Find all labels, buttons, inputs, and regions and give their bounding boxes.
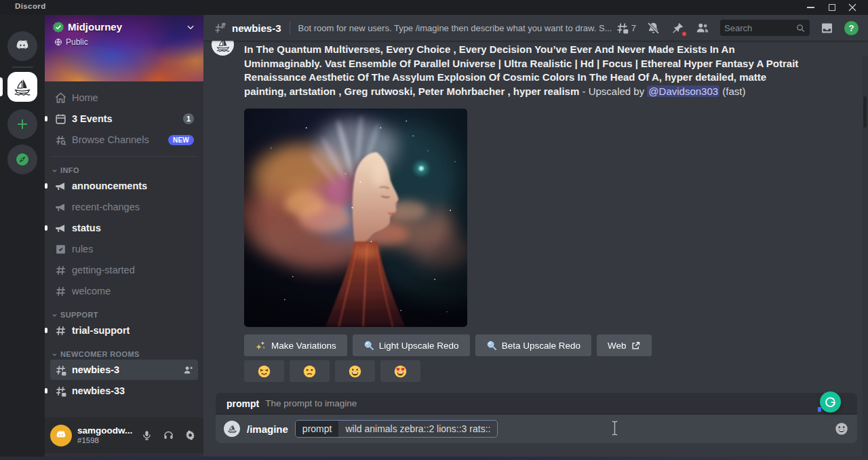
confounded-face-icon: [257, 364, 271, 379]
channel-topic[interactable]: Bot room for new users. Type /imagine th…: [298, 23, 612, 33]
sidebar-item-announcements[interactable]: announcements: [50, 176, 198, 196]
hash-chat-icon: [213, 21, 227, 35]
minimize-button[interactable]: [800, 0, 821, 15]
reaction-confounded[interactable]: [244, 360, 284, 382]
user-avatar[interactable]: [50, 425, 72, 446]
mic-button[interactable]: [138, 427, 155, 444]
make-variations-button[interactable]: Make Variations: [244, 334, 347, 356]
add-server-button[interactable]: [7, 109, 37, 139]
slash-command-hint[interactable]: prompt The prompt to imagine: [216, 393, 857, 415]
close-button[interactable]: [842, 0, 863, 15]
slash-command: /imagine: [247, 423, 288, 435]
chevron-down-icon: [52, 168, 58, 174]
main-panel: newbies-3 Bot room for new users. Type /…: [203, 15, 868, 457]
sidebar-item-home[interactable]: Home: [50, 88, 198, 108]
message-input-bar[interactable]: /imagine prompt wild animals zebra::2 li…: [216, 415, 857, 443]
external-link-icon: [631, 341, 641, 351]
headphones-icon: [163, 429, 174, 441]
generated-image[interactable]: [244, 109, 467, 327]
reaction-grinning[interactable]: [335, 360, 375, 382]
server-icon-midjourney[interactable]: [7, 72, 37, 102]
inbox-icon: [820, 21, 834, 35]
calendar-icon: [54, 113, 67, 126]
server-header[interactable]: Midjourney: [53, 21, 195, 33]
section-info[interactable]: INFO: [50, 166, 198, 174]
maximize-button[interactable]: [822, 0, 842, 15]
sidebar-item-welcome[interactable]: welcome: [50, 281, 198, 301]
scrollbar-thumb[interactable]: [863, 96, 867, 128]
user-panel: samgoodw... #1598: [45, 417, 203, 453]
browse-channels-icon: [54, 134, 67, 147]
grinning-face-icon: [348, 364, 362, 379]
option-value-input[interactable]: wild animals zebra::2 lions::3 rats::: [338, 421, 497, 437]
discord-home-button[interactable]: [7, 31, 37, 61]
search-input[interactable]: [724, 23, 795, 33]
command-option-pill[interactable]: prompt wild animals zebra::2 lions::3 ra…: [295, 420, 498, 438]
section-support[interactable]: SUPPORT: [50, 311, 198, 319]
chat-scrollbar[interactable]: [863, 56, 868, 458]
message: In The Quantum Multiverses, Every Choice…: [203, 41, 868, 382]
chevron-down-icon: [52, 351, 58, 358]
close-icon: [848, 3, 856, 12]
search-box[interactable]: [720, 20, 810, 36]
hash-icon: [54, 324, 67, 337]
sidebar-item-newbies-3[interactable]: newbies-3: [50, 360, 198, 380]
member-list-button[interactable]: [695, 20, 710, 35]
chevron-down-icon: [186, 22, 195, 32]
reaction-disappointed[interactable]: [290, 360, 330, 382]
deafen-button[interactable]: [160, 427, 176, 444]
pinned-messages-button[interactable]: [671, 21, 685, 35]
mic-icon: [141, 429, 153, 441]
sidebar-item-status[interactable]: status: [50, 218, 198, 238]
invite-person-icon[interactable]: [182, 364, 194, 376]
grammarly-button[interactable]: [820, 391, 841, 413]
message-actions: Make Variations Light Upscale Redo Beta …: [244, 334, 868, 356]
sidebar-item-newbies-33[interactable]: newbies-33: [50, 381, 198, 401]
hash-icon: [54, 264, 67, 277]
sailboat-icon: [12, 77, 33, 97]
verified-badge-icon: [53, 22, 64, 33]
threads-button[interactable]: 7: [615, 21, 636, 35]
home-icon: [54, 92, 67, 104]
user-mention[interactable]: @Davidson303: [647, 85, 719, 97]
bot-avatar[interactable]: [212, 41, 234, 56]
new-badge: NEW: [168, 135, 194, 145]
emoji-picker-button[interactable]: [834, 421, 849, 436]
sidebar-item-recent-changes[interactable]: recent-changes: [50, 197, 198, 217]
magnifier-icon: [486, 340, 497, 351]
channel-name: newbies-3: [232, 22, 281, 34]
server-banner[interactable]: Midjourney Public: [45, 15, 203, 81]
window-title: Discord: [15, 2, 46, 10]
members-icon: [695, 20, 710, 35]
disappointed-face-icon: [302, 364, 317, 379]
notifications-button[interactable]: [646, 21, 660, 35]
server-visibility: Public: [54, 37, 88, 47]
help-button[interactable]: ?: [844, 21, 859, 35]
sidebar-item-browse-channels[interactable]: Browse Channels NEW: [50, 130, 198, 150]
window-bottom-edge: [0, 457, 868, 460]
channel-sidebar: Midjourney Public Home 3 Events 1 Browse…: [45, 15, 203, 457]
light-upscale-redo-button[interactable]: Light Upscale Redo: [353, 334, 470, 356]
hash-chat-icon: [54, 364, 67, 377]
message-text: In The Quantum Multiverses, Every Choice…: [244, 41, 808, 98]
sailboat-icon: [215, 41, 231, 53]
channel-header: newbies-3 Bot room for new users. Type /…: [203, 15, 868, 41]
sidebar-divider: [52, 156, 197, 157]
settings-button[interactable]: [182, 427, 198, 444]
beta-upscale-redo-button[interactable]: Beta Upscale Redo: [475, 334, 591, 356]
gear-icon: [184, 429, 196, 441]
sidebar-item-rules[interactable]: rules: [50, 239, 198, 259]
inbox-button[interactable]: [820, 21, 834, 35]
pin-notification-dot: [682, 31, 687, 37]
rules-icon: [54, 243, 67, 256]
web-button[interactable]: Web: [597, 334, 652, 356]
sidebar-item-getting-started[interactable]: getting-started: [50, 260, 198, 280]
explore-servers-button[interactable]: [7, 145, 37, 174]
reaction-heart-eyes[interactable]: [380, 360, 420, 382]
sidebar-item-trial-support[interactable]: trial-support: [50, 320, 198, 341]
sidebar-item-events[interactable]: 3 Events 1: [50, 109, 198, 129]
selected-server-indicator: [0, 77, 3, 96]
server-rail: [0, 15, 45, 457]
megaphone-icon: [54, 201, 67, 214]
section-newcomer-rooms[interactable]: NEWCOMER ROOMS: [50, 350, 198, 358]
